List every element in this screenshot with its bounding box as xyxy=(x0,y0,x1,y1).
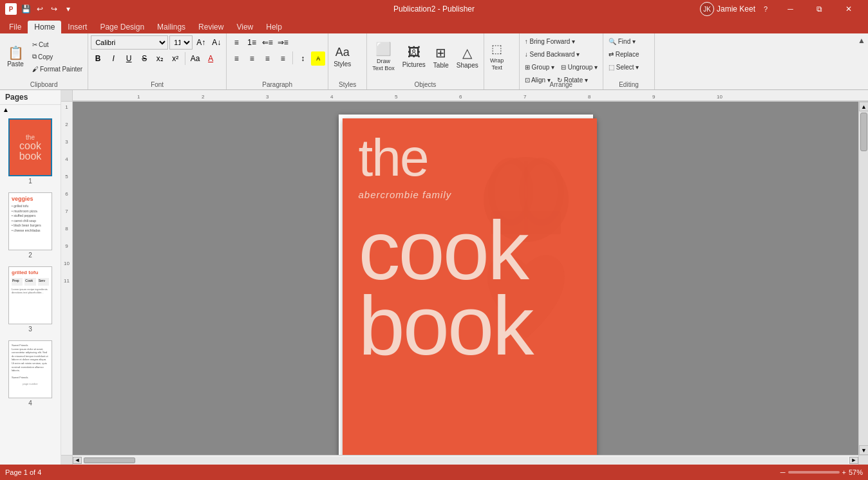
tab-insert[interactable]: Insert xyxy=(61,21,93,33)
pages-panel: Pages ▲ the cook book 1 veggies • grille… xyxy=(0,90,61,465)
ribbon: 📋 Paste ✂ Cut ⧉ Copy 🖌 Format Painter Cl… xyxy=(0,33,868,90)
close-button[interactable]: ✕ xyxy=(834,0,863,18)
canvas-area: // We'll draw ticks via CSS pattern inst… xyxy=(61,90,868,465)
highlight-button[interactable]: A xyxy=(311,51,325,66)
page-canvas: the abercrombie family cook book xyxy=(343,118,597,455)
copy-button[interactable]: ⧉ Copy xyxy=(30,51,85,62)
minimize-button[interactable]: ─ xyxy=(776,0,805,18)
ruler-row: // We'll draw ticks via CSS pattern inst… xyxy=(61,90,868,102)
replace-button[interactable]: ⇄ Replace xyxy=(606,48,652,60)
ribbon-collapse-button[interactable]: ▲ xyxy=(858,36,865,45)
scroll-thumb-v[interactable] xyxy=(860,113,867,151)
ungroup-button[interactable]: ⊟ Ungroup ▾ xyxy=(558,61,600,73)
tab-mailings[interactable]: Mailings xyxy=(151,21,192,33)
undo-button[interactable]: ↩ xyxy=(33,3,46,15)
tab-review[interactable]: Review xyxy=(192,21,230,33)
ribbon-group-styles: Aa Styles Styles xyxy=(328,33,367,89)
draw-text-box-button[interactable]: ⬜ DrawText Box xyxy=(370,39,397,75)
zoom-out-button[interactable]: ─ xyxy=(780,468,786,476)
canvas-scroll-area[interactable]: the abercrombie family cook book xyxy=(73,102,858,455)
font-family-select[interactable]: Calibri Arial Times New Roman xyxy=(91,35,168,50)
ribbon-tabs: File Home Insert Page Design Mailings Re… xyxy=(0,18,868,33)
page-thumb-3[interactable]: grilled tofu Prep Cook Serv Lorem ipsum … xyxy=(8,266,52,333)
justify-button[interactable]: ≡ xyxy=(276,51,290,66)
page-thumb-4[interactable]: Sweet Friends Lorem ipsum dolor sit amet… xyxy=(8,340,52,407)
hscroll-left-button[interactable]: ◄ xyxy=(73,457,82,464)
font-color-button[interactable]: A xyxy=(203,51,218,66)
cover-text-area: the abercrombie family cook book xyxy=(343,118,597,455)
wrap-text-button[interactable]: ⬚ WrapText xyxy=(487,39,507,75)
align-right-button[interactable]: ≡ xyxy=(260,51,274,66)
align-center-button[interactable]: ≡ xyxy=(245,51,259,66)
bullets-button[interactable]: ≡ xyxy=(229,35,243,50)
format-painter-button[interactable]: 🖌 Format Painter xyxy=(30,63,85,75)
pictures-button[interactable]: 🖼 Pictures xyxy=(400,39,428,75)
paragraph-group-label: Paragraph xyxy=(227,81,328,88)
cover-cook: cook xyxy=(359,213,581,288)
tab-page-design[interactable]: Page Design xyxy=(93,21,151,33)
tab-file[interactable]: File xyxy=(3,21,28,33)
styles-button[interactable]: Aa Styles xyxy=(331,39,354,75)
bring-forward-button[interactable]: ↑ Bring Forward ▾ xyxy=(522,35,578,47)
numbering-button[interactable]: 1≡ xyxy=(245,35,259,50)
vertical-ruler: 1 2 3 4 5 6 7 8 9 10 11 xyxy=(61,102,73,455)
line-spacing-button[interactable]: ↕ xyxy=(296,51,310,66)
hscroll-row: ◄ ► xyxy=(61,455,868,465)
subscript-button[interactable]: x₂ xyxy=(153,51,167,66)
help-button[interactable]: ? xyxy=(760,4,771,14)
arrange-group-label: Arrange xyxy=(520,81,603,88)
shapes-button[interactable]: △ Shapes xyxy=(454,39,481,75)
group-button[interactable]: ⊞ Group ▾ xyxy=(522,61,557,73)
underline-button[interactable]: U xyxy=(122,51,136,66)
align-left-button[interactable]: ≡ xyxy=(229,51,243,66)
scroll-down-button[interactable]: ▼ xyxy=(859,445,868,455)
objects-group-label: Objects xyxy=(367,81,484,88)
pages-collapse-button[interactable]: ▲ xyxy=(0,105,61,115)
tab-view[interactable]: View xyxy=(230,21,259,33)
decrease-indent-button[interactable]: ⇐≡ xyxy=(260,35,274,50)
zoom-slider[interactable] xyxy=(788,471,840,474)
page-num-1: 1 xyxy=(28,178,32,185)
page-thumb-img-2: veggies • grilled tofu • mushroom pizza … xyxy=(8,192,52,250)
scroll-thumb-h[interactable] xyxy=(84,457,135,463)
user-name: Jamie Keet xyxy=(717,5,755,14)
clipboard-group-label: Clipboard xyxy=(0,81,88,88)
ribbon-group-arrange: ↑ Bring Forward ▾ ↓ Send Backward ▾ ⊞ Gr… xyxy=(520,33,603,89)
page-num-4: 4 xyxy=(28,400,32,407)
page-num-2: 2 xyxy=(28,252,32,259)
horizontal-scrollbar[interactable]: ◄ ► xyxy=(73,455,858,465)
zoom-in-button[interactable]: + xyxy=(842,468,846,476)
table-button[interactable]: ⊞ Table xyxy=(431,39,451,75)
save-button[interactable]: 💾 xyxy=(19,3,32,15)
zoom-level: 57% xyxy=(849,468,863,476)
font-size-dec-button[interactable]: A↓ xyxy=(209,35,223,50)
customize-qa-button[interactable]: ▾ xyxy=(62,3,75,15)
strikethrough-button[interactable]: S xyxy=(137,51,151,66)
paste-button[interactable]: 📋 Paste xyxy=(3,37,28,76)
find-button[interactable]: 🔍 Find ▾ xyxy=(606,35,652,47)
increase-indent-button[interactable]: ⇒≡ xyxy=(276,35,290,50)
page-thumb-1[interactable]: the cook book 1 xyxy=(8,118,52,185)
hscroll-right-button[interactable]: ► xyxy=(849,457,858,464)
page-thumb-img-4: Sweet Friends Lorem ipsum dolor sit amet… xyxy=(8,340,52,398)
vertical-scrollbar[interactable]: ▲ ▼ xyxy=(858,102,868,455)
send-backward-button[interactable]: ↓ Send Backward ▾ xyxy=(522,48,583,60)
restore-button[interactable]: ⧉ xyxy=(805,0,834,18)
change-case-button[interactable]: Aa xyxy=(188,51,202,66)
title-bar: P 💾 ↩ ↪ ▾ Publication2 - Publisher JK Ja… xyxy=(0,0,868,18)
italic-button[interactable]: I xyxy=(106,51,120,66)
page-thumb-2[interactable]: veggies • grilled tofu • mushroom pizza … xyxy=(8,192,52,259)
scroll-up-button[interactable]: ▲ xyxy=(859,102,868,111)
superscript-button[interactable]: x² xyxy=(168,51,182,66)
cut-button[interactable]: ✂ Cut xyxy=(30,39,85,50)
cover-background: the abercrombie family cook book xyxy=(343,118,597,455)
tab-help[interactable]: Help xyxy=(259,21,288,33)
font-size-inc-button[interactable]: A↑ xyxy=(194,35,208,50)
page-container: the abercrombie family cook book xyxy=(339,115,593,455)
document-title: Publication2 - Publisher xyxy=(393,5,475,14)
font-size-select[interactable]: 11 12 14 18 xyxy=(169,35,193,50)
redo-button[interactable]: ↪ xyxy=(48,3,61,15)
tab-home[interactable]: Home xyxy=(28,21,61,33)
select-button[interactable]: ⬚ Select ▾ xyxy=(606,61,652,73)
bold-button[interactable]: B xyxy=(91,51,105,66)
